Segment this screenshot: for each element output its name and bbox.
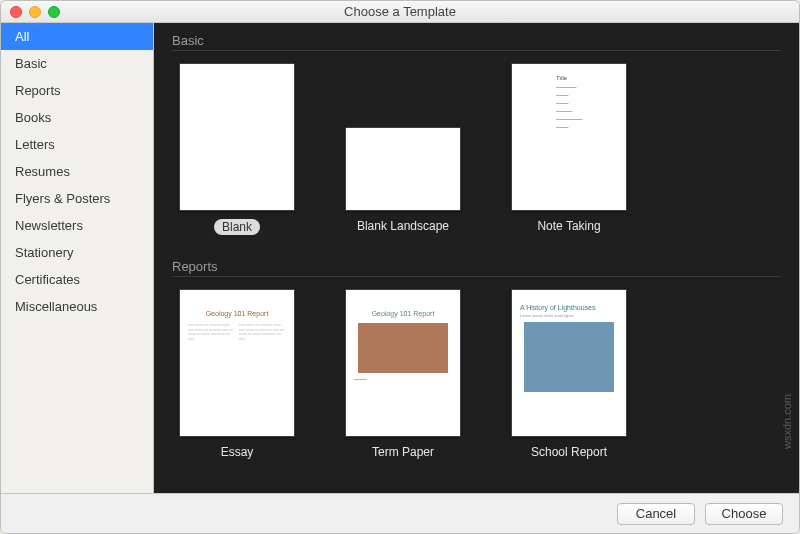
template-thumbnail: A History of LighthousesLorem ipsum dolo…: [511, 289, 627, 437]
sidebar-item-label: Basic: [15, 56, 47, 71]
template-label: School Report: [531, 445, 607, 459]
sidebar-item-all[interactable]: All: [1, 23, 153, 50]
footer: Cancel Choose: [1, 493, 799, 533]
watermark: wsxdn.com: [781, 394, 793, 449]
sidebar-item-miscellaneous[interactable]: Miscellaneous: [1, 293, 153, 320]
template-blank-landscape[interactable]: Blank Landscape: [338, 63, 468, 235]
sidebar-item-basic[interactable]: Basic: [1, 50, 153, 77]
cancel-button[interactable]: Cancel: [617, 503, 695, 525]
template-thumbnail: [179, 63, 295, 211]
sidebar-item-label: Resumes: [15, 164, 70, 179]
sidebar: All Basic Reports Books Letters Resumes …: [1, 23, 154, 493]
template-label: Essay: [221, 445, 254, 459]
template-thumbnail: Geology 101 Report━━━━━━: [345, 289, 461, 437]
template-school-report[interactable]: A History of LighthousesLorem ipsum dolo…: [504, 289, 634, 459]
sidebar-item-reports[interactable]: Reports: [1, 77, 153, 104]
template-label: Blank: [214, 219, 260, 235]
template-thumbnail: Title━━━━━━━━━━━━━━━━━━━━━━━━━━━━━━━━━━━…: [511, 63, 627, 211]
template-label: Note Taking: [537, 219, 600, 233]
sidebar-item-stationery[interactable]: Stationery: [1, 239, 153, 266]
choose-button[interactable]: Choose: [705, 503, 783, 525]
sidebar-item-certificates[interactable]: Certificates: [1, 266, 153, 293]
template-label: Term Paper: [372, 445, 434, 459]
template-grid: Basic Blank Blank Landscape Title━━━━━━━…: [154, 23, 799, 493]
template-essay[interactable]: Geology 101 Report ━━━ ━━━━ ━━ ━━━━ ━━ ━…: [172, 289, 302, 459]
sidebar-item-label: Newsletters: [15, 218, 83, 233]
template-thumbnail: [345, 127, 461, 211]
sidebar-item-label: Books: [15, 110, 51, 125]
sidebar-item-books[interactable]: Books: [1, 104, 153, 131]
template-blank[interactable]: Blank: [172, 63, 302, 235]
window-title: Choose a Template: [1, 4, 799, 19]
sidebar-item-newsletters[interactable]: Newsletters: [1, 212, 153, 239]
section-header-reports: Reports: [172, 249, 781, 277]
section-header-basic: Basic: [172, 23, 781, 51]
template-label: Blank Landscape: [357, 219, 449, 233]
sidebar-item-label: Flyers & Posters: [15, 191, 110, 206]
template-thumbnail: Geology 101 Report ━━━ ━━━━ ━━ ━━━━ ━━ ━…: [179, 289, 295, 437]
template-chooser-window: Choose a Template All Basic Reports Book…: [0, 0, 800, 534]
sidebar-item-label: Stationery: [15, 245, 74, 260]
sidebar-item-label: All: [15, 29, 29, 44]
sidebar-item-resumes[interactable]: Resumes: [1, 158, 153, 185]
template-note-taking[interactable]: Title━━━━━━━━━━━━━━━━━━━━━━━━━━━━━━━━━━━…: [504, 63, 634, 235]
sidebar-item-label: Miscellaneous: [15, 299, 97, 314]
template-term-paper[interactable]: Geology 101 Report━━━━━━ Term Paper: [338, 289, 468, 459]
sidebar-item-flyers-posters[interactable]: Flyers & Posters: [1, 185, 153, 212]
sidebar-item-label: Letters: [15, 137, 55, 152]
sidebar-item-label: Reports: [15, 83, 61, 98]
sidebar-item-label: Certificates: [15, 272, 80, 287]
sidebar-item-letters[interactable]: Letters: [1, 131, 153, 158]
titlebar: Choose a Template: [1, 1, 799, 23]
